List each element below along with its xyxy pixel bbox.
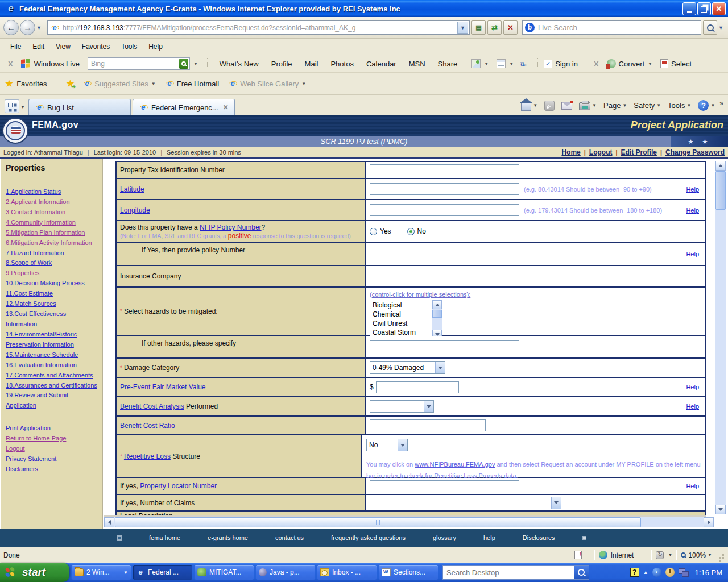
sidebar-item-contact-information[interactable]: 3.Contact Information xyxy=(6,207,99,218)
desktop-search-box[interactable] xyxy=(442,565,589,580)
vertical-scrollbar[interactable] xyxy=(715,161,726,514)
bca-help-link[interactable]: Help xyxy=(686,403,699,410)
bing-dropdown-icon[interactable] xyxy=(190,61,201,66)
forward-button[interactable]: → xyxy=(20,20,35,35)
desktop-search-button[interactable] xyxy=(574,566,589,579)
close-button[interactable] xyxy=(712,2,726,15)
taskbar-ie-button[interactable]: Federal ... xyxy=(133,565,192,580)
longitude-help-link[interactable]: Help xyxy=(686,207,699,214)
tray-expand-icon[interactable] xyxy=(643,569,648,575)
read-mail-button[interactable] xyxy=(559,101,574,111)
address-dropdown-button[interactable] xyxy=(457,22,468,34)
repetitive-loss-select[interactable]: No xyxy=(366,439,408,451)
fmv-help-link[interactable]: Help xyxy=(686,384,699,390)
horizontal-scrollbar[interactable] xyxy=(104,517,714,527)
property-tax-input[interactable] xyxy=(370,164,519,176)
longitude-input[interactable] xyxy=(370,204,519,216)
logout-link[interactable]: Logout xyxy=(6,444,99,454)
benefit-cost-analysis-link[interactable]: Benefit Cost Analysis xyxy=(120,402,184,410)
search-go-button[interactable] xyxy=(703,20,717,35)
resize-grip[interactable] xyxy=(717,551,725,559)
live-search-box[interactable] xyxy=(522,20,701,35)
toolbar-close-button[interactable]: X xyxy=(0,60,21,68)
help-button[interactable] xyxy=(696,99,717,112)
policy-number-input[interactable] xyxy=(370,246,519,257)
hazard-option-chemical[interactable]: Chemical xyxy=(370,310,432,319)
link-profile[interactable]: Profile xyxy=(265,60,299,68)
start-button[interactable]: start xyxy=(0,563,69,582)
home-link[interactable]: Home xyxy=(561,148,580,156)
bca-performed-select[interactable] xyxy=(370,400,434,413)
bing-search-input[interactable] xyxy=(88,60,179,68)
web-slice-gallery-button[interactable]: e Web Slice Gallery xyxy=(228,79,306,88)
number-of-claims-select[interactable] xyxy=(370,497,561,509)
java-tray-icon[interactable] xyxy=(630,568,639,577)
menu-edit[interactable]: Edit xyxy=(27,40,50,53)
taskbar-java-button[interactable]: Java - p... xyxy=(256,565,315,580)
privacy-statement-link[interactable]: Privacy Statement xyxy=(6,454,99,464)
sidebar-item-cost-effectiveness-information[interactable]: 13.Cost Effectiveness Information xyxy=(6,309,99,330)
menu-tools[interactable]: Tools xyxy=(115,40,143,53)
hazard-option-civil-unrest[interactable]: Civil Unrest xyxy=(370,319,432,328)
pre-event-fmv-input[interactable] xyxy=(376,381,459,393)
sidebar-item-match-sources[interactable]: 12.Match Sources xyxy=(6,299,99,309)
damage-category-select[interactable]: 0-49% Damaged xyxy=(370,361,445,374)
tab-federal-emergency[interactable]: e Federal Emergenc... xyxy=(133,99,235,115)
nfip-yes-radio[interactable] xyxy=(370,228,377,235)
link-msn[interactable]: MSN xyxy=(403,60,432,68)
page-menu-button[interactable]: Page xyxy=(601,100,629,111)
bing-search-box[interactable] xyxy=(88,57,190,70)
scroll-right-button[interactable] xyxy=(704,517,714,527)
property-locator-link[interactable]: Property Locator Number xyxy=(140,482,217,490)
tools-menu-button[interactable]: Tools xyxy=(665,100,693,111)
sidebar-item-review-and-submit[interactable]: 19.Review and Submit Application xyxy=(6,390,99,411)
footer-egrants-home-link[interactable]: e-grants home xyxy=(208,534,248,541)
link-mail[interactable]: Mail xyxy=(299,60,325,68)
menu-file[interactable]: File xyxy=(5,40,27,53)
quick-tabs-button[interactable] xyxy=(5,99,19,113)
scroll-thumb[interactable] xyxy=(432,310,442,318)
footer-disclosures-link[interactable]: Disclosures xyxy=(523,534,555,541)
taskbar-mitigation-button[interactable]: MITIGAT... xyxy=(195,565,254,580)
return-home-link[interactable]: Return to Home Page xyxy=(6,434,99,444)
tab-close-icon[interactable] xyxy=(223,103,229,111)
select-dropdown-icon[interactable] xyxy=(435,362,445,373)
suggested-sites-button[interactable]: e Suggested Sites xyxy=(82,79,156,88)
menu-help[interactable]: Help xyxy=(143,40,168,53)
menu-favorites[interactable]: Favorites xyxy=(76,40,115,53)
footer-help-link[interactable]: help xyxy=(483,534,495,541)
footer-fema-home-link[interactable]: fema home xyxy=(149,534,180,541)
sidebar-item-environmental-historic[interactable]: 14.Environmental/Historic Preservation I… xyxy=(6,330,99,350)
scroll-thumb[interactable] xyxy=(715,171,726,210)
insurance-company-input[interactable] xyxy=(370,271,519,282)
sidebar-item-scope-of-work[interactable]: 8.Scope of Work xyxy=(6,258,99,268)
footer-contact-us-link[interactable]: contact us xyxy=(275,534,304,541)
scroll-up-button[interactable] xyxy=(432,300,442,309)
sidebar-item-hazard-information[interactable]: 7.Hazard Information xyxy=(6,248,99,259)
sidebar-item-cost-estimate[interactable]: 11.Cost Estimate xyxy=(6,289,99,299)
print-button[interactable] xyxy=(577,99,599,111)
history-dropdown-icon[interactable] xyxy=(35,25,43,31)
add-favorite-icon[interactable] xyxy=(66,77,80,90)
zoom-dropdown-icon[interactable] xyxy=(708,552,712,558)
latitude-help-link[interactable]: Help xyxy=(686,186,699,193)
map-icon[interactable] xyxy=(471,59,481,68)
sidebar-item-applicant-information[interactable]: 2.Applicant Information xyxy=(6,197,99,207)
tab-bug-list[interactable]: e Bug List xyxy=(28,99,131,115)
sidebar-item-assurances-and-certifications[interactable]: 18.Assurances and Certifications xyxy=(6,381,99,391)
free-hotmail-button[interactable]: e Free Hotmail xyxy=(165,79,219,88)
nfip-policy-number-link[interactable]: NFIP Policy Number xyxy=(200,223,261,231)
property-locator-input[interactable] xyxy=(370,480,519,492)
print-application-link[interactable]: Print Application xyxy=(6,423,99,434)
pre-event-fmv-link[interactable]: Pre-Event Fair Market Value xyxy=(120,383,206,391)
address-input[interactable]: e http://192.168.3.193:7777/FEMAMitigati… xyxy=(47,20,470,35)
scroll-thumb[interactable] xyxy=(115,517,641,527)
select-dropdown-icon[interactable] xyxy=(424,401,433,412)
sidebar-item-decision-making-process[interactable]: 10.Decision Making Process xyxy=(6,278,99,289)
nfip-bureau-link[interactable]: www.NFIPBureau.FEMA.gov xyxy=(415,461,495,468)
listbox-scrollbar[interactable] xyxy=(432,300,442,339)
bing-search-button[interactable] xyxy=(179,59,188,69)
layout-icon[interactable] xyxy=(497,59,506,68)
restore-button[interactable] xyxy=(697,2,711,15)
sidebar-item-maintenance-schedule[interactable]: 15.Maintenance Schedule xyxy=(6,350,99,360)
